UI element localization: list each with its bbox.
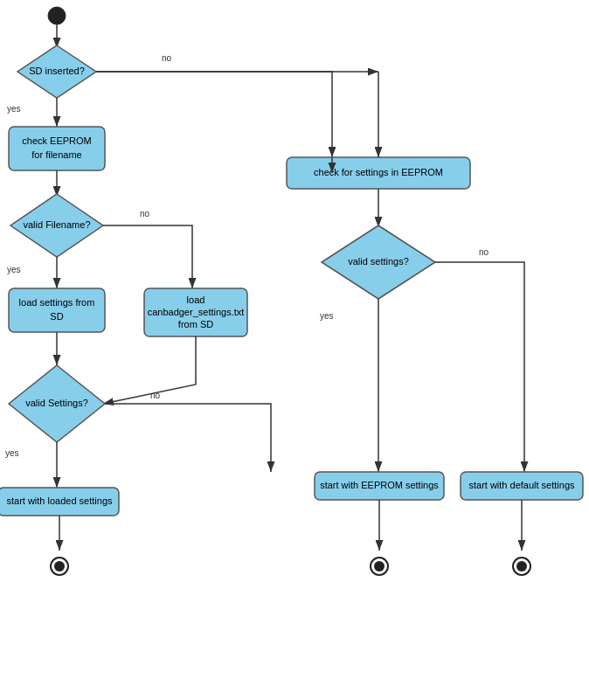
no-label-fn: no bbox=[140, 209, 150, 218]
valid-filename-label: valid Filename? bbox=[23, 219, 90, 230]
start-loaded-text: start with loaded settings bbox=[6, 496, 113, 506]
check-eeprom-filename-text1: check EEPROM bbox=[22, 135, 91, 146]
start-node bbox=[48, 7, 66, 24]
start-default-text: start with default settings bbox=[468, 480, 575, 490]
no-label-vs: no bbox=[150, 391, 161, 400]
valid-settings-left-label: valid Settings? bbox=[25, 398, 88, 408]
load-settings-sd-text2: SD bbox=[50, 311, 63, 322]
arrow-sd-no bbox=[96, 72, 332, 157]
load-canbadger-text2: canbadger_settings.txt bbox=[148, 307, 245, 317]
check-eeprom-filename-text2: for filename bbox=[31, 149, 81, 160]
yes-label-vs-right: yes bbox=[320, 311, 334, 321]
yes-label-fn: yes bbox=[7, 265, 21, 274]
sd-inserted-label: SD inserted? bbox=[29, 66, 85, 76]
start-eeprom-text: start with EEPROM settings bbox=[320, 480, 439, 490]
load-canbadger-text3: from SD bbox=[178, 319, 213, 329]
no-label-vs-right: no bbox=[479, 247, 489, 257]
end-node-left-inner bbox=[54, 561, 65, 572]
check-settings-eeprom-text: check for settings in EEPROM bbox=[314, 167, 443, 177]
load-canbadger-text1: load bbox=[187, 295, 205, 305]
end-node-middle-inner bbox=[374, 561, 385, 572]
flowchart-diagram: SD inserted? yes no check EEPROM for fil… bbox=[0, 0, 589, 700]
arrow-vs-no-right bbox=[105, 404, 271, 472]
yes-label-sd: yes bbox=[7, 104, 21, 114]
valid-settings-right-label: valid settings? bbox=[348, 256, 409, 267]
arrow-vs-right-no bbox=[435, 262, 524, 472]
arrow-canbadger-valid bbox=[103, 336, 196, 404]
no-label-sd: no bbox=[162, 53, 172, 63]
load-settings-sd-text1: load settings from bbox=[19, 297, 95, 308]
arrow-fn-no bbox=[103, 225, 192, 288]
yes-label-vs: yes bbox=[5, 448, 19, 458]
end-node-right-inner bbox=[516, 561, 527, 572]
